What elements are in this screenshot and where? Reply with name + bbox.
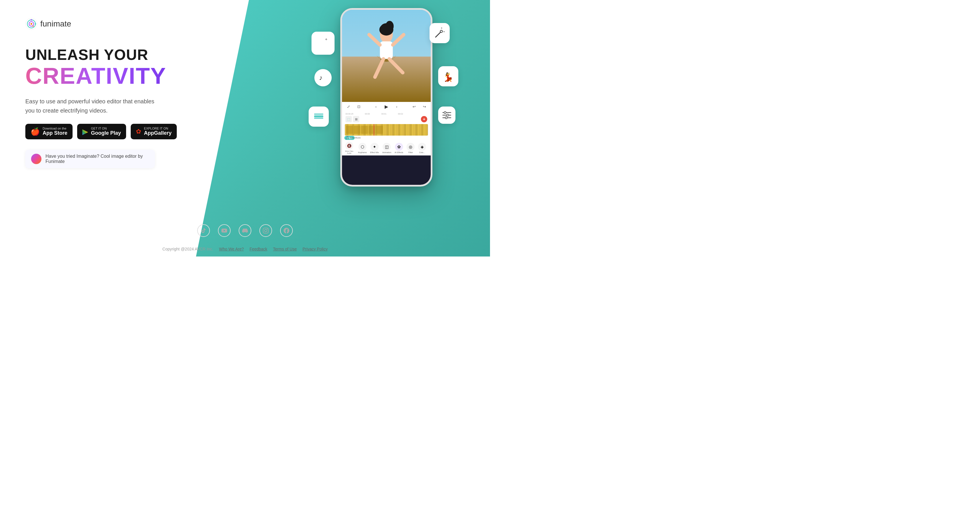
appstore-label-large: App Store [43, 130, 67, 137]
prev-icon[interactable]: ‹ [373, 104, 379, 110]
tool-icons: ⬡ Keyframe ✦ Effect Mix ◫ Animation ✿ [355, 143, 429, 153]
hero-line2: CREATIVITY [25, 64, 166, 89]
footer: Copyright @2024 AVCR Inc. Who We Are? Fe… [162, 247, 328, 251]
phone-frame: ⤢ ⊡ ‹ ▶ › ↩ ↪ 00:00:25 00:00 00:01 00:02 [340, 8, 433, 187]
playhead [374, 124, 374, 136]
filter-tool[interactable]: ◎ Filter [407, 143, 415, 153]
add-music-label: Add Music [350, 137, 361, 139]
footer-copyright: Copyright @2024 AVCR Inc. [162, 247, 213, 251]
floating-layers-icon [309, 106, 329, 127]
logo-text: funimate [40, 19, 71, 29]
hero-line1: UNLEASH YOUR [25, 46, 166, 64]
svg-point-3 [30, 23, 32, 25]
floating-music-icon: ♪ [314, 69, 332, 86]
floating-wand-icon: + ✦ [430, 23, 450, 43]
footer-who-we-are[interactable]: Who We Are? [219, 247, 244, 251]
logo[interactable]: funimate [25, 18, 71, 30]
svg-point-34 [385, 21, 393, 32]
svg-text:♪: ♪ [319, 74, 323, 81]
svg-point-5 [31, 19, 32, 21]
imaginate-promo[interactable]: Have you tried Imaginate? Cool image edi… [25, 150, 155, 168]
googleplay-label-large: Google Play [91, 130, 121, 137]
appstore-text: Download on the App Store [43, 127, 67, 137]
timeline-times: 00:00:25 00:00 00:01 00:02 [344, 112, 428, 116]
logo-icon [25, 18, 37, 30]
googleplay-label-small: GET IT ON [91, 127, 121, 130]
svg-rect-10 [314, 116, 323, 117]
svg-point-21 [444, 112, 446, 114]
floating-sliders-icon [438, 106, 455, 124]
svg-text:💃: 💃 [443, 72, 454, 83]
discord-icon[interactable] [239, 224, 251, 237]
animation-tool[interactable]: ◫ Animation [382, 143, 391, 153]
timeline: 00:00:25 00:00 00:01 00:02 ⬚ ⊞ + [342, 111, 431, 134]
phone-controls-top: ⤢ ⊡ ‹ ▶ › ↩ ↪ [342, 102, 431, 111]
googleplay-button[interactable]: ▶ GET IT ON Google Play [77, 124, 126, 139]
facebook-icon[interactable] [280, 224, 293, 237]
hero-section: UNLEASH YOUR CREATIVITY Easy to use and … [25, 46, 166, 115]
svg-text:✦: ✦ [443, 30, 445, 33]
timeline-track [344, 124, 428, 136]
svg-point-14 [440, 30, 442, 33]
store-buttons-group: 🍎 Download on the App Store ▶ GET IT ON … [25, 124, 177, 139]
phone-screen: ⤢ ⊡ ‹ ▶ › ↩ ↪ 00:00:25 00:00 00:01 00:02 [342, 10, 431, 185]
effect-mix-tool[interactable]: ✦ Effect Mix [370, 143, 379, 153]
social-bar [197, 224, 293, 237]
svg-text:+: + [441, 27, 442, 30]
googleplay-text: GET IT ON Google Play [91, 127, 121, 137]
footer-feedback[interactable]: Feedback [250, 247, 267, 251]
svg-rect-25 [342, 57, 431, 102]
svg-text:🕺: 🕺 [318, 38, 329, 49]
huawei-button[interactable]: ✿ EXPLORE IT ON AppGallery [131, 124, 177, 139]
next-icon[interactable]: › [394, 104, 399, 110]
add-music-row[interactable]: 🎵 Add Music [344, 136, 428, 140]
svg-rect-11 [314, 113, 323, 115]
svg-rect-27 [380, 41, 393, 59]
svg-text:+: + [325, 37, 327, 41]
video-preview [342, 10, 431, 102]
phone-mockup: ⤢ ⊡ ‹ ▶ › ↩ ↪ 00:00:25 00:00 00:01 00:02 [340, 8, 433, 187]
appstore-label-small: Download on the [43, 127, 67, 130]
svg-point-23 [445, 117, 447, 119]
color-tool[interactable]: ◈ Colo... [418, 143, 426, 153]
hero-description: Easy to use and powerful video editor th… [25, 97, 164, 115]
huawei-icon: ✿ [136, 129, 141, 135]
huawei-label-small: EXPLORE IT ON [144, 127, 172, 130]
fullscreen-icon[interactable]: ⤢ [345, 104, 351, 110]
imaginate-icon [31, 154, 41, 164]
youtube-icon[interactable] [218, 224, 231, 237]
huawei-text: EXPLORE IT ON AppGallery [144, 127, 172, 137]
floating-figure1-icon: 🕺 + [312, 32, 334, 55]
appstore-button[interactable]: 🍎 Download on the App Store [25, 124, 73, 139]
svg-rect-12 [314, 118, 323, 119]
footer-privacy[interactable]: Privacy Policy [302, 247, 328, 251]
svg-point-22 [447, 114, 449, 116]
crop-icon[interactable]: ⊡ [356, 104, 361, 110]
huawei-label-large: AppGallery [144, 130, 172, 137]
apple-icon: 🍎 [30, 128, 40, 135]
redo-icon[interactable]: ↪ [422, 104, 427, 110]
mute-button[interactable]: 🔇 Mute ClipsAudio [344, 141, 355, 154]
svg-point-4 [35, 23, 36, 25]
keyframe-tool[interactable]: ⬡ Keyframe [358, 143, 367, 153]
floating-figure2-icon: 💃 [438, 66, 458, 86]
undo-icon[interactable]: ↩ [411, 104, 417, 110]
google-play-icon: ▶ [82, 128, 88, 135]
footer-terms[interactable]: Terms of Use [273, 247, 296, 251]
imaginate-text: Have you tried Imaginate? Cool image edi… [46, 154, 149, 164]
play-icon[interactable]: ▶ [383, 104, 389, 110]
tiktok-icon[interactable] [197, 224, 210, 237]
instagram-icon[interactable] [259, 224, 272, 237]
svg-point-6 [33, 25, 34, 27]
ai-effects-tool[interactable]: ✿ AI Effects [395, 143, 403, 153]
